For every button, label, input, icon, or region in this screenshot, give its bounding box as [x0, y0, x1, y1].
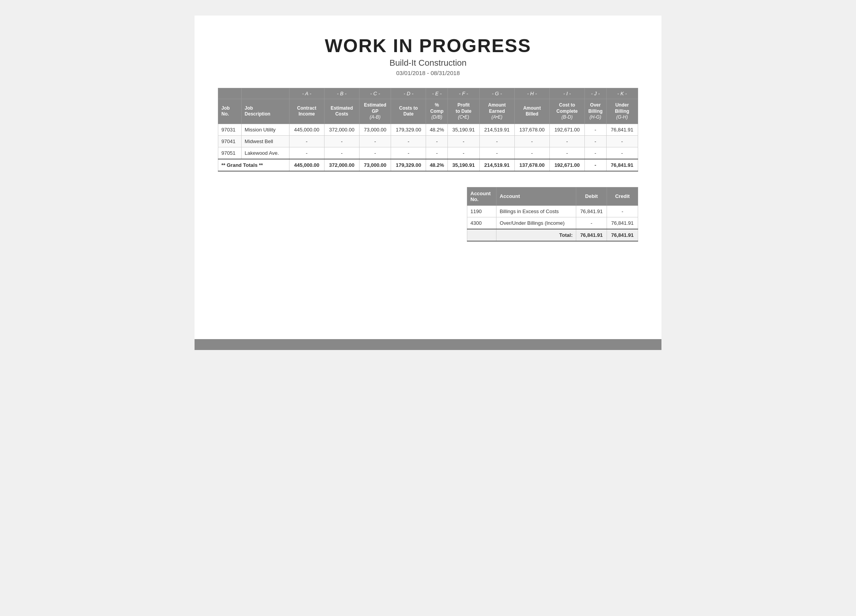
cell-over-billing: -	[585, 135, 607, 147]
account-row: 4300 Over/Under Billings (Income) - 76,8…	[467, 217, 638, 229]
col-letter-a: - A -	[289, 88, 324, 99]
report-title: WORK IN PROGRESS	[218, 35, 638, 56]
cell-cost-to-complete: -	[549, 135, 584, 147]
cell-est-costs: 372,000.00	[324, 124, 359, 135]
total-debit: 76,841.91	[576, 229, 607, 241]
col-header-job-no: JobNo.	[218, 99, 242, 124]
company-name: Build-It Construction	[218, 58, 638, 68]
col-header-job-desc: JobDescription	[241, 99, 289, 124]
account-header-row: AccountNo. Account Debit Credit	[467, 187, 638, 205]
col-letter-c: - C -	[359, 88, 391, 99]
column-letters-row: - A - - B - - C - - D - - E - - F - - G …	[218, 88, 638, 99]
col-account: Account	[496, 187, 576, 205]
cell-credit: 76,841.91	[607, 217, 638, 229]
grand-total-amount-earned: 214,519.91	[479, 159, 514, 171]
table-row: 97041 Midwest Bell - - - - - - - - - - -	[218, 135, 638, 147]
grand-total-contract-income: 445,000.00	[289, 159, 324, 171]
col-letter-f: - F -	[448, 88, 479, 99]
grand-total-profit-to-date: 35,190.91	[448, 159, 479, 171]
cell-amount-billed: 137,678.00	[514, 124, 549, 135]
cell-debit: 76,841.91	[576, 205, 607, 217]
col-letter-j: - J -	[585, 88, 607, 99]
cell-pct-comp: -	[426, 147, 448, 159]
cell-profit-to-date: -	[448, 135, 479, 147]
cell-costs-to-date: 179,329.00	[391, 124, 426, 135]
col-credit: Credit	[607, 187, 638, 205]
cell-debit: -	[576, 217, 607, 229]
col-header-est-gp: EstimatedGP(A-B)	[359, 99, 391, 124]
table-row: 97031 Mission Utility 445,000.00 372,000…	[218, 124, 638, 135]
total-credit: 76,841.91	[607, 229, 638, 241]
col-header-amount-billed: AmountBilled	[514, 99, 549, 124]
cell-profit-to-date: 35,190.91	[448, 124, 479, 135]
cell-credit: -	[607, 205, 638, 217]
grand-total-under-billing: 76,841.91	[606, 159, 638, 171]
cell-under-billing: 76,841.91	[606, 124, 638, 135]
cell-contract-income: -	[289, 147, 324, 159]
grand-total-cost-to-complete: 192,671.00	[549, 159, 584, 171]
grand-total-label: ** Grand Totals **	[218, 159, 289, 171]
cell-pct-comp: -	[426, 135, 448, 147]
cell-job-desc: Midwest Bell	[241, 135, 289, 147]
cell-over-billing: -	[585, 147, 607, 159]
grand-total-pct-comp: 48.2%	[426, 159, 448, 171]
col-header-est-costs: EstimatedCosts	[324, 99, 359, 124]
col-header-contract-income: ContractIncome	[289, 99, 324, 124]
grand-total-est-costs: 372,000.00	[324, 159, 359, 171]
cell-account-name: Billings in Excess of Costs	[496, 205, 576, 217]
col-header-pct-comp: %Comp(D/B)	[426, 99, 448, 124]
cell-cost-to-complete: -	[549, 147, 584, 159]
cell-under-billing: -	[606, 135, 638, 147]
cell-est-gp: -	[359, 135, 391, 147]
cell-job-no: 97051	[218, 147, 242, 159]
page-container: WORK IN PROGRESS Build-It Construction 0…	[195, 16, 661, 350]
grand-total-costs-to-date: 179,329.00	[391, 159, 426, 171]
col-header-under-billing: UnderBilling(G-H)	[606, 99, 638, 124]
col-letter-d: - D -	[391, 88, 426, 99]
total-label: Total:	[496, 229, 576, 241]
col-debit: Debit	[576, 187, 607, 205]
column-headers-row: JobNo. JobDescription ContractIncome Est…	[218, 99, 638, 124]
cell-pct-comp: 48.2%	[426, 124, 448, 135]
col-letter-k: - K -	[606, 88, 638, 99]
col-header-costs-to-date: Costs toDate	[391, 99, 426, 124]
date-range: 03/01/2018 - 08/31/2018	[218, 70, 638, 76]
col-header-cost-to-complete: Cost toComplete(B-D)	[549, 99, 584, 124]
col-letter-empty2	[241, 88, 289, 99]
cell-contract-income: 445,000.00	[289, 124, 324, 135]
col-letter-e: - E -	[426, 88, 448, 99]
cell-job-desc: Mission Utility	[241, 124, 289, 135]
cell-est-gp: -	[359, 147, 391, 159]
cell-profit-to-date: -	[448, 147, 479, 159]
col-letter-i: - I -	[549, 88, 584, 99]
cell-under-billing: -	[606, 147, 638, 159]
account-row: 1190 Billings in Excess of Costs 76,841.…	[467, 205, 638, 217]
total-empty1	[467, 229, 496, 241]
cell-job-desc: Lakewood Ave.	[241, 147, 289, 159]
account-section: AccountNo. Account Debit Credit 1190 Bil…	[218, 187, 638, 242]
footer-bar	[195, 339, 661, 350]
cell-account-no: 4300	[467, 217, 496, 229]
grand-total-row: ** Grand Totals ** 445,000.00 372,000.00…	[218, 159, 638, 171]
cell-costs-to-date: -	[391, 135, 426, 147]
account-table: AccountNo. Account Debit Credit 1190 Bil…	[467, 187, 638, 242]
cell-est-costs: -	[324, 135, 359, 147]
report-header: WORK IN PROGRESS Build-It Construction 0…	[218, 35, 638, 76]
col-letter-b: - B -	[324, 88, 359, 99]
cell-amount-earned: -	[479, 135, 514, 147]
table-row: 97051 Lakewood Ave. - - - - - - - - - - …	[218, 147, 638, 159]
cell-over-billing: -	[585, 124, 607, 135]
cell-amount-earned: -	[479, 147, 514, 159]
cell-contract-income: -	[289, 135, 324, 147]
cell-amount-earned: 214,519.91	[479, 124, 514, 135]
grand-total-over-billing: -	[585, 159, 607, 171]
col-letter-empty1	[218, 88, 242, 99]
col-header-amount-earned: AmountEarned(A•E)	[479, 99, 514, 124]
cell-job-no: 97031	[218, 124, 242, 135]
cell-costs-to-date: -	[391, 147, 426, 159]
cell-account-name: Over/Under Billings (Income)	[496, 217, 576, 229]
wip-table: - A - - B - - C - - D - - E - - F - - G …	[218, 88, 638, 172]
col-letter-h: - H -	[514, 88, 549, 99]
grand-total-est-gp: 73,000.00	[359, 159, 391, 171]
col-header-profit-to-date: Profitto Date(C•E)	[448, 99, 479, 124]
